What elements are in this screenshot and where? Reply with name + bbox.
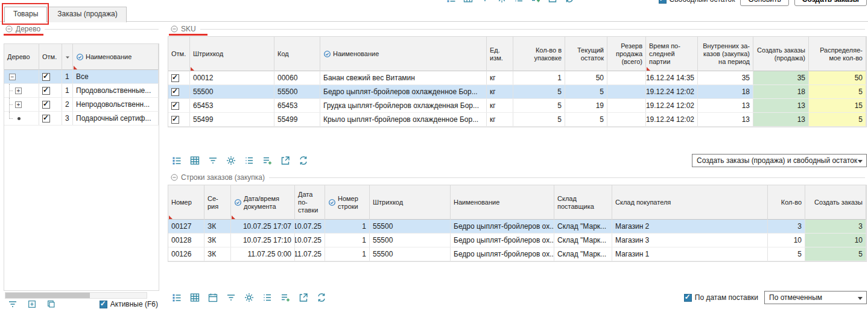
plus-box-icon[interactable] <box>24 298 40 309</box>
tree-row[interactable]: 3 Подарочный сертиф... <box>4 112 159 126</box>
qty-col-header[interactable]: Кол-во <box>768 185 805 220</box>
series-cell: ЗК <box>204 234 231 247</box>
create-col-header[interactable]: Создать заказы <box>805 185 866 220</box>
gear-icon[interactable] <box>223 154 239 167</box>
calendar-icon[interactable] <box>205 291 221 304</box>
name-col-header[interactable]: Наименование <box>320 37 487 71</box>
supplier-cell: Склад "Марк... <box>554 234 612 247</box>
tab-tovary[interactable]: Товары <box>4 7 47 22</box>
sync-icon[interactable] <box>562 0 577 4</box>
add-list-icon[interactable] <box>259 154 275 167</box>
delivery-col-header[interactable]: Дата по- ставки <box>295 185 325 220</box>
delivery-cell: 10.07.25 <box>295 220 325 233</box>
numbered-list-icon[interactable] <box>241 154 257 167</box>
export-icon[interactable] <box>277 154 293 167</box>
sku-row[interactable]: 55499 55499 Крыло цыплят-бройлеров охлаж… <box>168 113 866 127</box>
create-col-header[interactable]: Создать заказы (продажа) <box>753 37 809 71</box>
sku-row[interactable]: 55500 55500 Бедро цыплят-бройлеров охлаж… <box>168 85 866 99</box>
sku-row[interactable]: 65453 65453 Грудка цыплят-бройлеров охла… <box>168 99 866 113</box>
order-row[interactable]: 00127 ЗК 10.07.25 17:07 10.07.25 1 55500… <box>168 220 866 234</box>
tab-zakazy-prodazha[interactable]: Заказы (продажа) <box>48 7 126 22</box>
table-icon[interactable] <box>187 291 203 304</box>
sync-icon[interactable] <box>296 154 311 167</box>
create-orders-button[interactable]: Создать заказы <box>794 0 867 6</box>
order-row[interactable]: 00128 ЗК 10.07.25 17:10 10.07.25 1 55500… <box>168 234 866 247</box>
copy-icon[interactable] <box>43 298 59 309</box>
distribute-col-header[interactable]: Распределяе- мое кол-во <box>809 37 866 71</box>
row-checkbox[interactable] <box>42 115 50 123</box>
supplier-col-header[interactable]: Склад поставщика <box>554 185 612 220</box>
tree-expander[interactable] <box>17 117 21 120</box>
unit-col-header[interactable]: Ед. изм. <box>487 37 513 71</box>
barcode-col-header[interactable]: Штрихкод <box>190 37 274 71</box>
delivery-dates-checkbox[interactable] <box>684 294 692 302</box>
mark-col-header[interactable]: Отм. <box>39 44 62 70</box>
collapse-orders-icon[interactable] <box>171 174 178 181</box>
export-icon[interactable] <box>545 0 560 4</box>
numbered-list-icon[interactable] <box>259 291 275 304</box>
internal-col-header[interactable]: Внутренних за- казов (закупка) на период <box>698 37 753 71</box>
filter-icon[interactable] <box>5 298 21 309</box>
export-icon[interactable] <box>296 291 311 304</box>
table-icon[interactable] <box>460 0 476 4</box>
tree-row[interactable]: + 1 Продовольственные... <box>4 84 159 98</box>
order-row[interactable]: 00126 ЗК 11.07.25 0:00 11.07.25 1 55500 … <box>168 247 866 261</box>
row-checkbox[interactable] <box>42 87 50 95</box>
tree-expander[interactable]: + <box>15 88 22 94</box>
active-f6-label: Активные (F6) <box>110 300 158 308</box>
list-icon[interactable] <box>169 291 185 304</box>
filter-icon[interactable] <box>223 291 239 304</box>
sku-table: Отм. Штрихкод Код Наименование Ед. изм. … <box>168 36 867 127</box>
tree-col-header[interactable]: Дерево <box>4 44 39 70</box>
active-f6-checkbox[interactable] <box>100 301 107 308</box>
distribute-cell: 50 <box>809 71 866 84</box>
add-list-icon[interactable] <box>528 0 543 4</box>
list-icon[interactable] <box>443 0 459 4</box>
mark-cell <box>39 112 62 125</box>
pack-col-header[interactable]: Кол-во в упаковке <box>513 37 565 71</box>
gear-icon[interactable] <box>241 291 257 304</box>
datetime-col-header[interactable]: Дата/время документа <box>231 185 295 220</box>
name-col-header[interactable]: Наименование <box>451 185 554 220</box>
tree-expander[interactable]: + <box>15 101 22 108</box>
tree-row[interactable]: + 2 Непродовольственн... <box>4 98 159 112</box>
code-col-header[interactable]: Код <box>274 37 320 71</box>
series-col-header[interactable]: Се- рия <box>204 185 231 220</box>
buyer-col-header[interactable]: Склад покупателя <box>612 185 768 220</box>
tree-row[interactable]: − 1 Все <box>4 70 159 84</box>
row-checkbox[interactable] <box>171 74 179 82</box>
numbered-list-icon[interactable] <box>511 0 527 4</box>
row-checkbox[interactable] <box>42 73 50 81</box>
row-checkbox[interactable] <box>171 102 179 110</box>
marked-filter-combobox[interactable]: По отмеченным <box>764 291 867 304</box>
barcode-col-header[interactable]: Штрихкод <box>370 185 451 220</box>
number-col-header[interactable]: Номер <box>168 185 204 220</box>
table-icon[interactable] <box>187 154 203 167</box>
row-checkbox[interactable] <box>42 101 50 109</box>
add-list-icon[interactable] <box>277 291 293 304</box>
collapse-sku-icon[interactable] <box>171 25 178 33</box>
sort-col-header[interactable] <box>62 44 73 70</box>
list-icon[interactable] <box>169 154 185 167</box>
filter-icon[interactable] <box>477 0 493 4</box>
scrollbar-thumb[interactable] <box>5 293 90 298</box>
name-col-header[interactable]: Наименование <box>73 44 159 70</box>
sku-row[interactable]: 00012 00060 Банан свежий вес Витамин кг … <box>168 71 866 85</box>
barcode-cell: 55500 <box>370 247 451 261</box>
create-orders-mode-combobox[interactable]: Создать заказы (продажа) и свободный ост… <box>692 154 867 167</box>
current-col-header[interactable]: Текущий остаток <box>565 37 607 71</box>
sync-icon[interactable] <box>314 291 329 304</box>
line-col-header[interactable]: Номер строки <box>325 185 370 220</box>
gear-icon[interactable] <box>494 0 510 4</box>
batch-col-header[interactable]: Время по- следней партии <box>646 37 698 71</box>
tree-expander[interactable]: − <box>9 74 16 80</box>
collapse-tree-icon[interactable] <box>5 25 13 33</box>
filter-icon[interactable] <box>205 154 221 167</box>
otm-col-header[interactable]: Отм. <box>168 37 190 71</box>
internal-cell: 13 <box>698 99 753 112</box>
row-checkbox[interactable] <box>171 88 179 96</box>
reserve-col-header[interactable]: Резерв продажа (всего) <box>607 37 646 71</box>
row-checkbox[interactable] <box>171 116 179 124</box>
free-stock-checkbox[interactable] <box>659 0 667 4</box>
refresh-button[interactable]: Обновить <box>740 0 788 6</box>
